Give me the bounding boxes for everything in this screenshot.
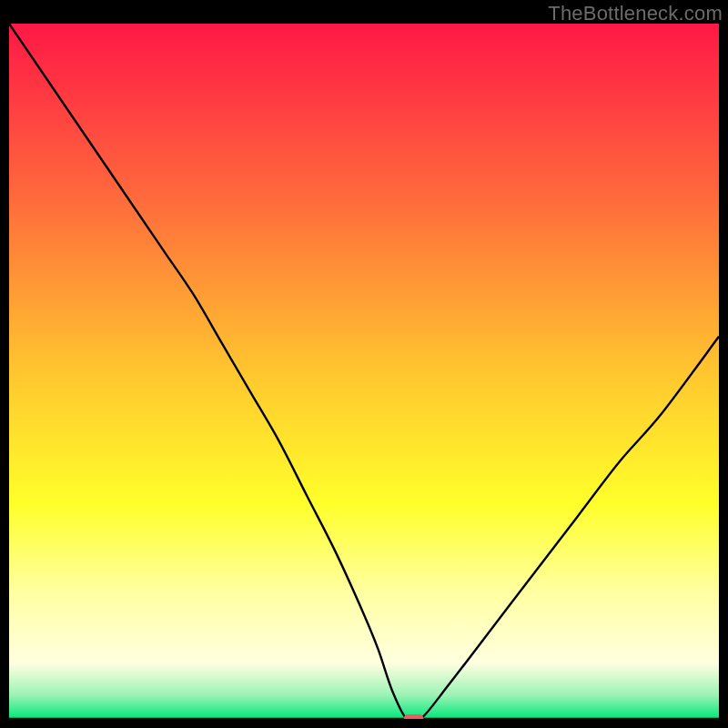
chart-frame xyxy=(9,24,719,719)
optimal-point-marker xyxy=(404,714,424,719)
watermark-text: TheBottleneck.com xyxy=(548,2,723,25)
bottleneck-chart xyxy=(9,24,719,719)
